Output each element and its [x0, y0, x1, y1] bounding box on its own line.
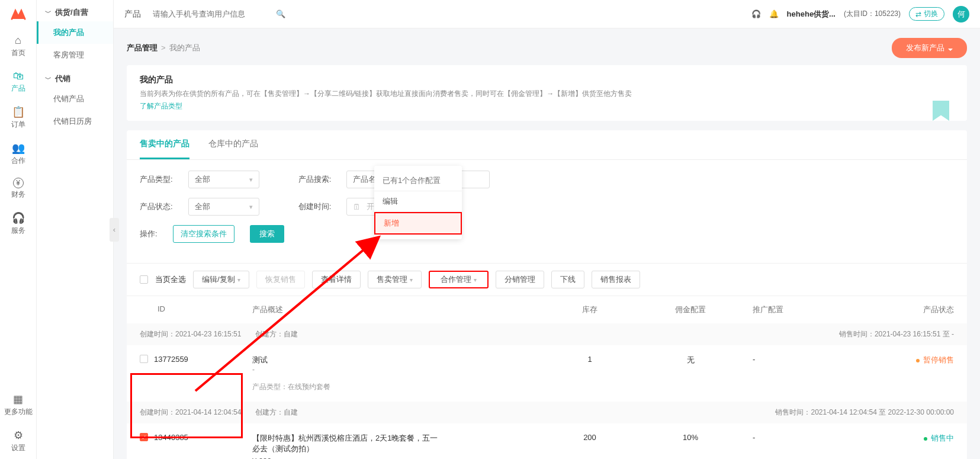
table-row: 13772559 测试 - 产品类型：在线预约套餐 1 无 - 暂停销售 [127, 345, 967, 402]
nav-rail: ⌂首页 🛍产品 📋订单 👥合作 ¥财务 🎧服务 ▦更多功能 ⚙设置 [0, 0, 37, 459]
col-status: 产品状态 [853, 304, 954, 315]
bookmark-icon [933, 101, 949, 121]
row-commission: 无 [628, 355, 753, 365]
user-id: (太目ID：105223) [844, 9, 901, 19]
publish-product-button[interactable]: 发布新产品 [892, 38, 967, 58]
clear-filters-button[interactable]: 清空搜索条件 [173, 225, 234, 243]
edit-copy-button[interactable]: 编辑/复制▾ [193, 271, 249, 288]
popover-edit[interactable]: 编辑 [374, 191, 462, 212]
sale-manage-button[interactable]: 售卖管理▾ [368, 271, 422, 288]
view-detail-button[interactable]: 查看详情 [312, 271, 361, 288]
row-promo: - [753, 433, 853, 442]
headset-icon[interactable]: 🎧 [751, 9, 761, 18]
col-summary: 产品概述 [252, 304, 551, 315]
restore-button[interactable]: 恢复销售 [256, 271, 305, 288]
topbar-title: 产品 [124, 9, 141, 20]
switch-user-button[interactable]: ⇄切换 [909, 7, 944, 21]
sidebar-item-rooms[interactable]: 客房管理 [37, 44, 113, 66]
breadcrumb: 产品管理>我的产品 [127, 43, 200, 53]
sidebar-item-distrooms[interactable]: 代销日历房 [37, 110, 113, 133]
tab-warehouse[interactable]: 仓库中的产品 [208, 130, 258, 159]
tab-selling[interactable]: 售卖中的产品 [140, 130, 189, 159]
row-price: ¥ 699 [252, 457, 551, 459]
popover-head: 已有1个合作配置 [374, 171, 462, 191]
col-promo: 推广配置 [753, 304, 853, 315]
panel-desc: 当前列表为你在供货的所有产品，可在【售卖管理】→【分享二维码/链接】获取地址直接… [140, 89, 954, 99]
sidebar-item-myproducts[interactable]: 我的产品 [37, 21, 113, 44]
sidebar-group-distribution[interactable]: ﹀代销 [37, 66, 113, 88]
rail-more[interactable]: ▦更多功能 [0, 387, 36, 423]
partner-popover: 已有1个合作配置 编辑 新增 [374, 166, 462, 239]
global-search-input[interactable] [153, 9, 271, 18]
offline-button[interactable]: 下线 [551, 271, 584, 288]
row-checkbox[interactable] [140, 355, 148, 363]
group-row: 创建时间：2021-04-14 12:04:54 创建方：自建 销售时间：202… [127, 402, 967, 423]
learn-product-types-link[interactable]: 了解产品类型 [140, 102, 182, 110]
row-stock: 1 [551, 355, 628, 364]
row-status: 销售中 [853, 433, 954, 444]
filter-status-select[interactable]: 全部▾ [188, 198, 259, 216]
select-all-checkbox[interactable] [140, 275, 148, 284]
filter-type-select[interactable]: 全部▾ [188, 171, 259, 188]
rail-home[interactable]: ⌂首页 [0, 28, 36, 64]
avatar[interactable]: 何 [953, 6, 969, 23]
popover-add[interactable]: 新增 [374, 212, 462, 235]
sidebar: ﹀供货/自营 我的产品 客房管理 ﹀代销 代销产品 代销日历房 ‹ [37, 0, 114, 459]
col-id: ID [140, 304, 252, 315]
search-button[interactable]: 搜索 [250, 225, 284, 243]
rail-service[interactable]: 🎧服务 [0, 206, 36, 242]
sidebar-group-supply[interactable]: ﹀供货/自营 [37, 0, 113, 21]
bell-icon[interactable]: 🔔 [769, 9, 779, 18]
row-stock: 200 [551, 433, 628, 442]
filter-time-label: 创建时间: [298, 201, 332, 212]
row-id: 13440385 [154, 433, 188, 442]
row-id: 13772559 [154, 355, 188, 364]
rail-finance[interactable]: ¥财务 [0, 172, 36, 206]
row-commission: 10% [628, 433, 753, 442]
row-promo: - [753, 355, 853, 364]
filter-type-label: 产品类型: [140, 174, 173, 185]
panel-title: 我的产品 [140, 75, 954, 85]
filter-status-label: 产品状态: [140, 201, 173, 212]
filter-op-label: 操作: [140, 229, 158, 239]
rail-product[interactable]: 🛍产品 [0, 64, 36, 99]
row-status: 暂停销售 [853, 355, 954, 365]
table-row: ✓ 13440385 【限时特惠】杭州西溪悦榕庄酒店，2天1晚套餐，五一必去（测… [127, 423, 967, 459]
distribution-button[interactable]: 分销管理 [496, 271, 544, 288]
logo [0, 0, 36, 28]
sidebar-item-distproducts[interactable]: 代销产品 [37, 88, 113, 110]
topbar: 产品 🔍 🎧 🔔 hehehe供货... (太目ID：105223) ⇄切换 何 [114, 0, 980, 28]
group-row: 创建时间：2021-04-23 16:15:51 创建方：自建 销售时间：202… [127, 323, 967, 345]
partner-manage-button[interactable]: 合作管理▾ [429, 271, 489, 288]
col-stock: 库存 [551, 304, 628, 315]
rail-partner[interactable]: 👥合作 [0, 136, 36, 172]
rail-order[interactable]: 📋订单 [0, 99, 36, 136]
filter-search-label: 产品搜索: [298, 174, 332, 185]
rail-settings[interactable]: ⚙设置 [0, 423, 36, 459]
row-title: 测试 [252, 355, 551, 365]
search-icon[interactable]: 🔍 [276, 9, 285, 18]
user-name: hehehe供货... [787, 9, 836, 20]
sales-report-button[interactable]: 销售报表 [592, 271, 640, 288]
col-commission: 佣金配置 [628, 304, 753, 315]
row-checkbox[interactable]: ✓ [140, 433, 148, 441]
row-title: 【限时特惠】杭州西溪悦榕庄酒店，2天1晚套餐，五一必去（测试勿拍） [252, 433, 442, 454]
select-all-label: 当页全选 [155, 274, 186, 285]
